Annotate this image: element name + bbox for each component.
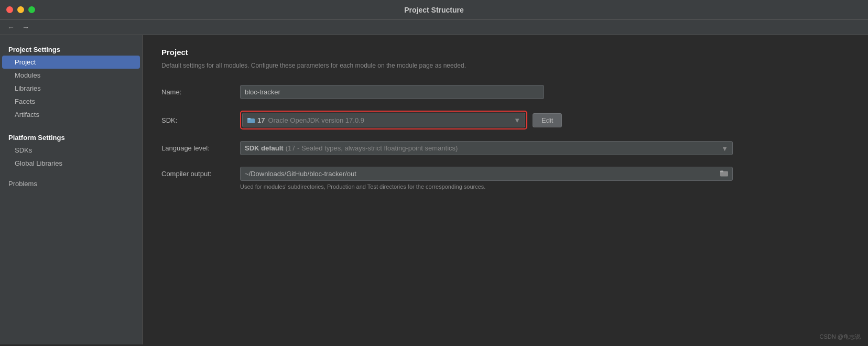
maximize-button[interactable] <box>28 6 35 13</box>
sidebar-item-sdks[interactable]: SDKs <box>0 144 142 157</box>
platform-settings-label: Platform Settings <box>0 132 142 144</box>
compiler-output-control: Used for modules' subdirectories, Produc… <box>240 167 849 190</box>
language-level-dropdown[interactable]: SDK default (17 - Sealed types, always-s… <box>240 141 733 155</box>
forward-arrow[interactable]: → <box>22 23 29 31</box>
nav-arrows: ← → <box>0 20 868 35</box>
compiler-output-input[interactable] <box>240 167 733 181</box>
sidebar-item-label-libraries: Libraries <box>15 84 41 92</box>
svg-rect-3 <box>720 170 723 172</box>
sidebar-item-label-sdks: SDKs <box>15 146 32 154</box>
sidebar: Project Settings Project Modules Librari… <box>0 35 143 344</box>
section-description: Default settings for all modules. Config… <box>161 61 849 70</box>
sdk-chevron-icon: ▼ <box>514 116 520 124</box>
section-title: Project <box>161 48 849 57</box>
language-level-label: Language level: <box>161 144 240 152</box>
content-area: Project Default settings for all modules… <box>143 35 868 344</box>
watermark: CSDN @龟志说 <box>820 333 861 341</box>
language-level-row: Language level: SDK default (17 - Sealed… <box>161 141 849 155</box>
sidebar-item-facets[interactable]: Facets <box>0 95 142 108</box>
name-input[interactable] <box>240 85 544 99</box>
sdk-select-wrapper: 17 Oracle OpenJDK version 17.0.9 ▼ <box>240 111 527 129</box>
sidebar-item-label-global-libraries: Global Libraries <box>15 159 62 167</box>
edit-button[interactable]: Edit <box>533 113 562 127</box>
sidebar-item-artifacts[interactable]: Artifacts <box>0 108 142 121</box>
traffic-lights <box>6 6 35 13</box>
sidebar-item-modules[interactable]: Modules <box>0 69 142 82</box>
sdk-control: 17 Oracle OpenJDK version 17.0.9 ▼ Edit <box>240 111 849 129</box>
name-row: Name: <box>161 85 849 99</box>
compiler-output-label: Compiler output: <box>161 167 240 178</box>
sidebar-item-label-artifacts: Artifacts <box>15 111 39 118</box>
sdk-name: Oracle OpenJDK version 17.0.9 <box>268 116 364 124</box>
lang-detail: (17 - Sealed types, always-strict floati… <box>286 144 458 152</box>
language-level-control: SDK default (17 - Sealed types, always-s… <box>240 141 849 155</box>
lang-chevron-icon: ▼ <box>721 144 728 152</box>
main-layout: Project Settings Project Modules Librari… <box>0 35 868 344</box>
back-arrow[interactable]: ← <box>7 23 15 31</box>
sidebar-item-project[interactable]: Project <box>2 56 140 69</box>
minimize-button[interactable] <box>17 6 24 13</box>
sidebar-item-global-libraries[interactable]: Global Libraries <box>0 157 142 170</box>
sidebar-item-libraries[interactable]: Libraries <box>0 82 142 95</box>
compiler-output-wrapper <box>240 167 733 181</box>
lang-default: SDK default <box>245 144 284 152</box>
sidebar-item-label-modules: Modules <box>15 71 40 79</box>
project-settings-label: Project Settings <box>0 44 142 56</box>
name-label: Name: <box>161 88 240 96</box>
folder-browse-icon[interactable] <box>720 169 729 178</box>
sdk-label: SDK: <box>161 116 240 124</box>
title-bar: Project Structure <box>0 0 868 20</box>
sdk-row: SDK: 17 Oracle OpenJDK version 17.0.9 ▼ <box>161 111 849 129</box>
compiler-output-row: Compiler output: Used for modules' <box>161 167 849 190</box>
sdk-version: 17 <box>257 116 265 124</box>
close-button[interactable] <box>6 6 13 13</box>
name-control <box>240 85 849 99</box>
sdk-dropdown[interactable]: 17 Oracle OpenJDK version 17.0.9 ▼ <box>242 113 525 127</box>
sidebar-item-label-project: Project <box>15 58 36 66</box>
svg-rect-1 <box>247 118 251 120</box>
window-title: Project Structure <box>404 6 464 14</box>
sidebar-item-label-problems: Problems <box>8 180 37 188</box>
sidebar-item-label-facets: Facets <box>15 98 35 105</box>
sidebar-item-problems[interactable]: Problems <box>0 177 142 190</box>
compiler-output-hint: Used for modules' subdirectories, Produc… <box>240 183 733 190</box>
folder-icon <box>247 116 255 124</box>
